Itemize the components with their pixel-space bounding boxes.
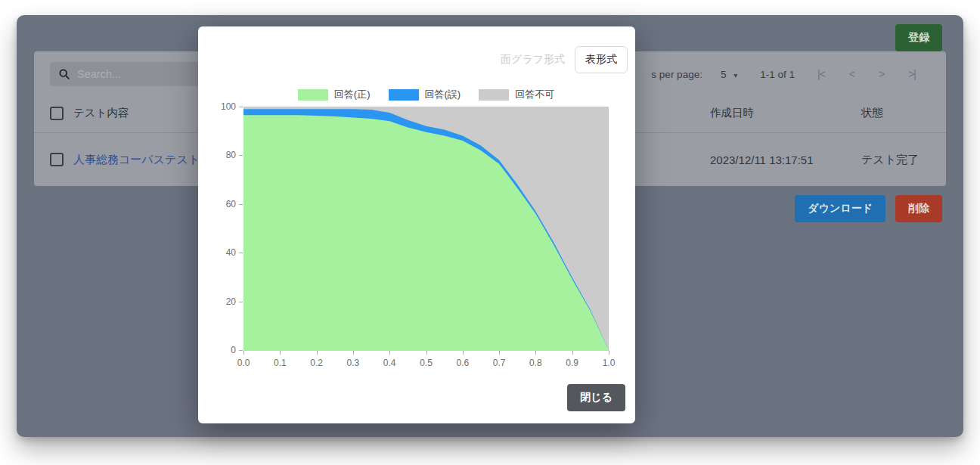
- x-tick-mark: [535, 351, 536, 355]
- legend-swatch-icon: [298, 89, 328, 101]
- y-tick-label: 60: [198, 199, 236, 209]
- y-tick-label: 80: [198, 150, 236, 160]
- legend-item: 回答(誤): [389, 88, 461, 101]
- x-tick-label: 0.8: [529, 358, 542, 368]
- x-tick-mark: [426, 351, 427, 355]
- next-page-button[interactable]: >: [879, 68, 884, 80]
- x-tick-label: 0.2: [310, 358, 323, 368]
- x-tick-mark: [609, 351, 609, 355]
- y-tick-mark: [239, 107, 243, 107]
- y-tick-label: 0: [198, 345, 236, 355]
- prev-page-button[interactable]: <: [849, 68, 854, 80]
- row-status: テスト完了: [861, 153, 946, 167]
- x-tick-mark: [463, 351, 464, 355]
- x-tick-mark: [389, 351, 390, 355]
- legend-item: 回答不可: [479, 88, 554, 101]
- x-tick-label: 0.9: [566, 358, 578, 368]
- y-tick-label: 40: [198, 247, 236, 258]
- y-tick-mark: [239, 204, 243, 205]
- caret-down-icon: ▾: [733, 71, 737, 79]
- close-button[interactable]: 閉じる: [567, 384, 625, 411]
- x-tick-mark: [353, 351, 354, 355]
- x-tick-mark: [499, 351, 500, 355]
- pagination: s per page: 5 ▾ 1-1 of 1 |< < > >|: [651, 68, 916, 80]
- y-tick-mark: [239, 350, 243, 351]
- legend-label: 回答(正): [334, 88, 371, 101]
- x-axis-line: [243, 350, 609, 351]
- y-tick-mark: [239, 302, 243, 302]
- y-tick-label: 100: [198, 101, 236, 112]
- last-page-button[interactable]: >|: [908, 68, 916, 80]
- x-tick-label: 0.4: [383, 358, 396, 368]
- x-tick-mark: [243, 351, 244, 355]
- page-size-value: 5: [721, 69, 727, 80]
- bulk-actions: ダウンロード 削除: [795, 195, 942, 222]
- chart-modal: 面グラフ形式 表形式 回答(正)回答(誤)回答不可 0.00.10.20.30.…: [198, 26, 635, 423]
- chart-legend: 回答(正)回答(誤)回答不可: [243, 88, 609, 101]
- page-size-select[interactable]: 5 ▾: [721, 69, 737, 80]
- x-tick-label: 0.6: [456, 358, 469, 368]
- x-tick-mark: [280, 351, 281, 355]
- y-tick-label: 20: [198, 296, 236, 307]
- header-status: 状態: [861, 106, 946, 120]
- select-all-checkbox[interactable]: [50, 107, 64, 120]
- x-tick-mark: [317, 351, 318, 355]
- chart-region: 0.00.10.20.30.40.50.60.70.80.91.01008060…: [198, 26, 635, 423]
- delete-button[interactable]: 削除: [895, 195, 942, 222]
- pagination-range: 1-1 of 1: [760, 69, 795, 80]
- x-tick-label: 0.0: [237, 358, 250, 368]
- series-unanswerable-area: [243, 107, 609, 350]
- x-tick-label: 0.3: [347, 358, 360, 368]
- series-wrong-area: [243, 109, 609, 350]
- x-tick-label: 1.0: [603, 358, 616, 368]
- x-tick-label: 0.7: [493, 358, 506, 368]
- first-page-button[interactable]: |<: [817, 68, 825, 80]
- legend-label: 回答(誤): [425, 88, 461, 101]
- row-created-at: 2023/12/11 13:17:51: [710, 153, 861, 166]
- legend-swatch-icon: [479, 89, 509, 101]
- area-chart: [243, 107, 609, 350]
- register-button[interactable]: 登録: [895, 24, 942, 51]
- legend-item: 回答(正): [298, 88, 371, 101]
- download-button[interactable]: ダウンロード: [795, 195, 885, 222]
- x-tick-mark: [572, 351, 573, 355]
- row-checkbox[interactable]: [50, 153, 64, 166]
- tab-table-view[interactable]: 表形式: [575, 46, 628, 73]
- tab-area-chart[interactable]: 面グラフ形式: [491, 47, 575, 73]
- legend-label: 回答不可: [515, 88, 554, 101]
- legend-swatch-icon: [389, 89, 419, 101]
- search-icon: [58, 68, 70, 80]
- rows-per-page-label: s per page:: [651, 69, 702, 80]
- y-tick-mark: [239, 253, 243, 253]
- series-correct-area: [243, 115, 609, 350]
- x-tick-label: 0.1: [274, 358, 287, 368]
- header-created-at: 作成日時: [710, 106, 861, 120]
- y-tick-mark: [239, 155, 243, 156]
- x-tick-label: 0.5: [420, 358, 433, 368]
- test-name-link[interactable]: 人事総務コーパステスト: [73, 153, 200, 166]
- view-mode-tabs: 面グラフ形式 表形式: [491, 46, 628, 73]
